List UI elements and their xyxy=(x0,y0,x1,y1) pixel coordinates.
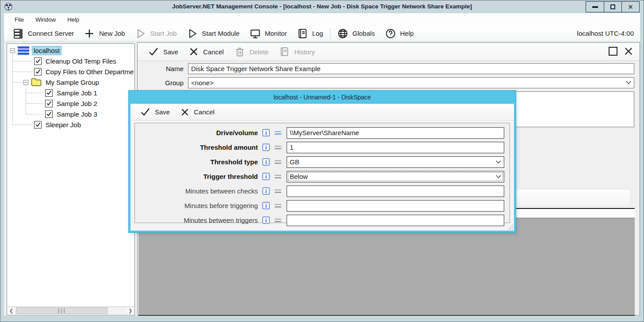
chevron-down-icon xyxy=(496,160,501,164)
menu-help[interactable]: Help xyxy=(62,14,84,25)
checkbox-checked[interactable] xyxy=(34,68,42,76)
minutes-before-triggering-input[interactable] xyxy=(287,200,504,212)
job-name-input[interactable] xyxy=(188,63,634,74)
tree-item-sleeper-job[interactable]: Sleeper Job xyxy=(34,119,82,130)
resize-grip-icon[interactable] xyxy=(508,224,513,230)
tree-item-label[interactable]: localhost xyxy=(32,46,61,55)
close-button[interactable] xyxy=(624,46,633,56)
equals-icon[interactable] xyxy=(275,189,281,193)
check-icon xyxy=(46,101,52,106)
globals-button[interactable]: Globals xyxy=(332,27,380,41)
tree-guide-stub xyxy=(26,114,44,114)
info-icon[interactable]: i xyxy=(262,144,270,151)
window-title: JobServer.NET Management Console - [loca… xyxy=(0,3,644,10)
x-icon xyxy=(189,47,199,57)
tree-guide-stub xyxy=(26,103,44,104)
maximize-icon xyxy=(610,4,615,9)
param-label: Minutes before triggering xyxy=(135,202,258,209)
trigger-threshold-select[interactable]: Below xyxy=(287,171,504,182)
cancel-label: Cancel xyxy=(203,48,224,56)
tree-guide-stub xyxy=(13,125,32,125)
history-button: History xyxy=(274,44,320,59)
scroll-left-button[interactable]: ❮ xyxy=(8,307,15,314)
dialog-cancel-button[interactable]: Cancel xyxy=(175,105,220,120)
trash-icon xyxy=(234,46,245,57)
tree-item-sample-job-1[interactable]: Sample Job 1 xyxy=(45,87,99,98)
close-icon: ✕ xyxy=(628,4,633,10)
checkbox-checked[interactable] xyxy=(34,57,42,65)
equals-icon[interactable] xyxy=(275,204,281,208)
menu-file[interactable]: File xyxy=(9,14,29,25)
minutes-between-triggers-input[interactable] xyxy=(287,215,504,226)
collapse-icon[interactable]: − xyxy=(10,48,15,53)
tree-item-sample-job-3[interactable]: Sample Job 3 xyxy=(45,109,99,119)
dialog-title[interactable]: localhost - Unnamed-1 - DiskSpace xyxy=(129,91,516,104)
tree-item-localhost[interactable]: − localhost xyxy=(10,45,61,56)
group-select[interactable]: <none> xyxy=(188,77,634,88)
info-icon[interactable]: i xyxy=(262,187,270,195)
server-icon xyxy=(12,28,24,39)
tree-item-label[interactable]: Sleeper Job xyxy=(44,121,82,129)
play-icon xyxy=(135,28,146,39)
menu-window[interactable]: Window xyxy=(30,14,61,25)
start-job-button: Start Job xyxy=(130,27,182,41)
equals-icon[interactable] xyxy=(275,160,281,164)
equals-icon[interactable] xyxy=(275,146,281,149)
start-module-button[interactable]: Start Module xyxy=(182,27,245,41)
new-job-button[interactable]: New Job xyxy=(79,27,130,41)
tree-item-cleanup-old-temp-files[interactable]: Cleanup Old Temp Files xyxy=(34,56,118,66)
tree-item-label[interactable]: Cleanup Old Temp Files xyxy=(44,57,118,65)
checkbox-checked[interactable] xyxy=(34,121,42,129)
threshold-amount-input[interactable] xyxy=(287,142,504,153)
scrollbar-thumb[interactable]: ┃┃┃ xyxy=(16,307,107,314)
dialog-cancel-label: Cancel xyxy=(194,108,215,116)
connect-server-button[interactable]: Connect Server xyxy=(8,27,79,41)
log-button[interactable]: Log xyxy=(292,27,328,41)
param-row-minutes-before-triggering: Minutes before triggering i xyxy=(135,198,504,213)
drive-volume-input[interactable] xyxy=(287,127,504,139)
equals-icon[interactable] xyxy=(275,131,281,135)
dialog-save-button[interactable]: Save xyxy=(135,105,175,120)
tree-horizontal-scrollbar[interactable]: ❮ ┃┃┃ ❯ xyxy=(8,307,134,314)
tree-item-label[interactable]: Copy Files to Other Departmen xyxy=(44,68,134,76)
tree-item-my-sample-group[interactable]: − My Sample Group xyxy=(23,77,100,87)
diskspace-dialog: localhost - Unnamed-1 - DiskSpace Save C… xyxy=(129,91,516,232)
equals-icon[interactable] xyxy=(275,219,281,222)
help-label: Help xyxy=(400,30,414,37)
tree-item-sample-job-2[interactable]: Sample Job 2 xyxy=(45,98,99,109)
info-icon[interactable]: i xyxy=(262,202,270,209)
threshold-type-select[interactable]: GB xyxy=(287,156,504,168)
monitor-button[interactable]: Monitor xyxy=(245,27,292,41)
param-label: Drive/volume xyxy=(135,129,258,136)
param-row-minutes-between-checks: Minutes between checks i xyxy=(135,184,504,198)
cancel-button[interactable]: Cancel xyxy=(184,44,229,59)
maximize-button[interactable] xyxy=(609,47,617,56)
save-button[interactable]: Save xyxy=(143,44,184,59)
help-button[interactable]: Help xyxy=(380,27,419,41)
minutes-between-checks-input[interactable] xyxy=(287,186,504,197)
tree-item-copy-files[interactable]: Copy Files to Other Departmen xyxy=(34,66,134,77)
threshold-type-value: GB xyxy=(290,158,299,166)
app-window: JobServer.NET Management Console - [loca… xyxy=(0,0,644,322)
log-label: Log xyxy=(312,30,323,37)
tree-item-label[interactable]: Sample Job 3 xyxy=(55,110,99,118)
collapse-icon[interactable]: − xyxy=(23,80,28,85)
scrollbar-track[interactable]: ┃┃┃ xyxy=(15,307,126,314)
minimize-button[interactable] xyxy=(586,2,604,12)
scroll-right-button[interactable]: ❯ xyxy=(126,307,134,314)
checkbox-checked[interactable] xyxy=(45,100,53,107)
tree-item-label[interactable]: Sample Job 2 xyxy=(55,99,99,108)
checkbox-checked[interactable] xyxy=(45,89,53,97)
equals-icon[interactable] xyxy=(275,175,281,178)
dialog-body: Save Cancel Drive/volume i Threshold amo xyxy=(130,104,514,231)
checkbox-checked[interactable] xyxy=(45,110,53,118)
info-icon[interactable]: i xyxy=(262,216,270,224)
info-icon[interactable]: i xyxy=(262,129,270,136)
close-button[interactable]: ✕ xyxy=(621,2,639,12)
tree-item-label[interactable]: My Sample Group xyxy=(44,78,100,87)
info-icon[interactable]: i xyxy=(262,158,270,166)
maximize-button[interactable] xyxy=(604,2,621,12)
save-label: Save xyxy=(163,48,178,56)
tree-item-label[interactable]: Sample Job 1 xyxy=(55,89,99,97)
info-icon[interactable]: i xyxy=(262,173,270,180)
